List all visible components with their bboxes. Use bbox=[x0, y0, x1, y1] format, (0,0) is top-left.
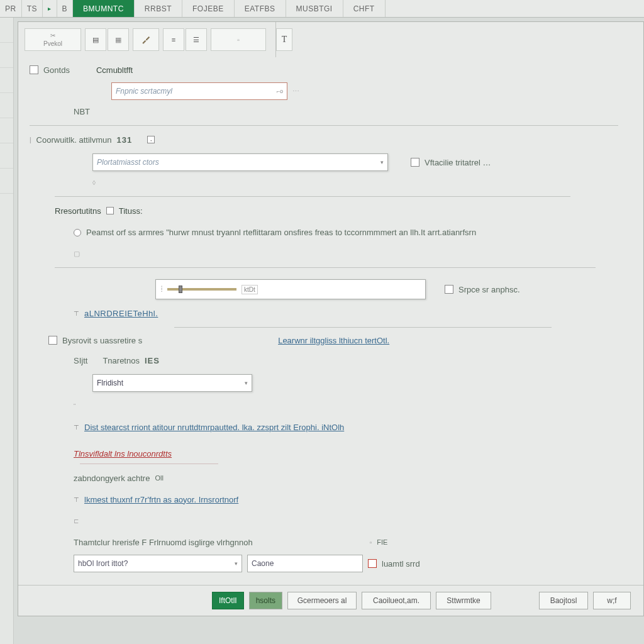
grip-icon: ⦙ bbox=[161, 285, 162, 294]
section1-input[interactable]: Fnpnic scrtacmyl ⌐o bbox=[111, 82, 287, 100]
bottom-input-1-value: hbOl Irort ittot? bbox=[78, 559, 128, 568]
ribbon-tab-3[interactable]: B bbox=[57, 0, 74, 17]
main-dialog: ✂ Pvekol ▤ ▦ ≡ ☰ ▫ T Gontds Ccmubltfft bbox=[18, 21, 644, 616]
list-icon: ≡ bbox=[172, 36, 175, 43]
align-left-button[interactable]: ▤ bbox=[85, 28, 106, 51]
bottom-input-2[interactable]: Caone bbox=[247, 555, 363, 572]
red-link[interactable]: Tlnsvifldalt lns lnouconrdtts bbox=[74, 449, 172, 458]
slider-side-label: Srpce sr anphsc. bbox=[458, 285, 520, 294]
list-button[interactable]: ≡ bbox=[163, 28, 184, 51]
brush-icon bbox=[142, 35, 150, 44]
section2-value: 131 bbox=[117, 135, 133, 145]
ribbon-tab-8[interactable]: MUSBTGI bbox=[286, 0, 343, 17]
ribbon-tabs: pr ts ▸ B Bmumntc RRBST FOJEBE EATFBS MU… bbox=[0, 0, 644, 18]
link-1[interactable]: Dist stearcst rriont atitour nruttdtmrpa… bbox=[84, 423, 344, 432]
bottom-checkbox-label: luamtl srrd bbox=[382, 559, 420, 569]
slider-thumb[interactable] bbox=[179, 286, 182, 293]
ribbon-tab-0[interactable]: pr bbox=[0, 0, 22, 17]
section4-checkbox[interactable] bbox=[48, 336, 57, 345]
ribbon-tab-7[interactable]: EATFBS bbox=[235, 0, 286, 17]
paste-label: Pvekol bbox=[43, 40, 62, 47]
align-center-button[interactable]: ▦ bbox=[108, 28, 129, 51]
section3-heading-b: Tituss: bbox=[119, 206, 143, 216]
footer-btn-1[interactable]: Gcermeoers al bbox=[287, 592, 357, 609]
key-icon: ⌐o bbox=[277, 88, 283, 94]
clipboard-icon: ▢ bbox=[74, 250, 80, 258]
footer-btn-lgreen[interactable]: hsolts bbox=[249, 592, 282, 609]
bottom-input-2-value: Caone bbox=[252, 559, 274, 568]
slider-container[interactable]: ⦙ ktDt bbox=[155, 279, 426, 299]
section2-label: Coorwuitlk. attilvmun bbox=[36, 135, 112, 145]
align-left-icon: ▤ bbox=[92, 36, 99, 44]
link-small[interactable]: aLNRDREIETeHhl. bbox=[84, 309, 158, 318]
font-size-button[interactable]: T bbox=[276, 28, 292, 51]
scissors-icon: ✂ bbox=[50, 32, 55, 39]
ribbon-tab-9[interactable]: CHFT bbox=[343, 0, 386, 17]
ribbon-tab-1[interactable]: ts bbox=[22, 0, 43, 17]
chevron-down-icon: ▾ bbox=[245, 380, 248, 386]
section3-radio[interactable] bbox=[74, 229, 81, 236]
section3-checkbox[interactable] bbox=[106, 207, 114, 214]
footer-btn-3[interactable]: Sttwrmtke bbox=[436, 592, 491, 609]
section4-dropdown-value: Flridisht bbox=[97, 379, 123, 387]
section1-checkbox[interactable] bbox=[30, 65, 38, 74]
slider-end-label: ktDt bbox=[242, 285, 258, 294]
ribbon-tab-6[interactable]: FOJEBE bbox=[182, 0, 235, 17]
bottom-tag-label: FIE bbox=[377, 538, 387, 546]
nbx-label: NBT bbox=[74, 107, 90, 116]
dialog-toolbar: ✂ Pvekol ▤ ▦ ≡ ☰ ▫ bbox=[18, 22, 276, 57]
ribbon-tab-5[interactable]: RRBST bbox=[135, 0, 182, 17]
section1-checkbox-label: Gontds bbox=[43, 65, 70, 75]
slider-side-checkbox[interactable] bbox=[445, 285, 453, 294]
justify-icon: ☰ bbox=[193, 36, 199, 44]
section1-title: Ccmubltfft bbox=[96, 65, 133, 75]
dialog-body: Gontds Ccmubltfft Fnpnic scrtacmyl ⌐o ⋯ … bbox=[18, 57, 643, 575]
section2-side-label: Vftacilie tritatrel … bbox=[425, 158, 491, 167]
section4-dropdown[interactable]: Flridisht ▾ bbox=[92, 374, 252, 392]
footer-back-button[interactable]: Baojtosl bbox=[539, 592, 588, 609]
sub-label: zabndongyerk achtre bbox=[74, 474, 150, 483]
slider-track[interactable] bbox=[167, 288, 236, 291]
flag-icon: ⊏ bbox=[74, 518, 79, 525]
dialog-footer: IftOtlI hsolts Gcermeoers al Caoilueot,a… bbox=[18, 585, 643, 616]
bottom-red-checkbox[interactable] bbox=[368, 559, 377, 568]
footer-next-button[interactable]: w;f bbox=[593, 592, 631, 609]
ribbon-tab-4[interactable]: Bmumntc bbox=[73, 0, 135, 17]
section2-side-checkbox[interactable] bbox=[411, 158, 419, 167]
footer-btn-green[interactable]: IftOtlI bbox=[212, 592, 244, 609]
section4-sub-a: SIjtt bbox=[74, 356, 87, 365]
ribbon-tab-2[interactable]: ▸ bbox=[43, 0, 57, 17]
section2-dropdown[interactable]: Plortatmiasst ctors ▾ bbox=[92, 153, 388, 171]
section4-sub-b: Tnaretnos bbox=[103, 356, 140, 365]
section3-paragraph: Peamst orf ss armres "hurwr mnust tryann… bbox=[86, 228, 476, 237]
section3-heading-a: Rresortutitns bbox=[55, 206, 101, 216]
chevron-down-icon: ▾ bbox=[235, 560, 238, 567]
left-gutter bbox=[0, 18, 14, 644]
bottom-inputs-label: Thamtclur hrerisfe F Frlrnuomd isglirge … bbox=[74, 538, 253, 547]
link-2[interactable]: lkmest thuxnf rr7r'frtn as aoyor. Irnsro… bbox=[84, 495, 238, 504]
bottom-input-1[interactable]: hbOl Irort ittot? ▾ bbox=[74, 555, 242, 572]
justify-button[interactable]: ☰ bbox=[186, 28, 207, 51]
paste-button[interactable]: ✂ Pvekol bbox=[25, 28, 81, 51]
document-icon: ▫ bbox=[237, 36, 240, 43]
blank-tool[interactable]: ▫ bbox=[211, 28, 266, 51]
text-icon: T bbox=[282, 35, 287, 45]
sub-value: Oll bbox=[155, 474, 163, 482]
section1-input-value: Fnpnic scrtacmyl bbox=[116, 87, 172, 96]
align-center-icon: ▦ bbox=[115, 36, 121, 44]
section2-mini-check[interactable]: · bbox=[147, 136, 155, 143]
brush-button[interactable] bbox=[133, 28, 159, 51]
chevron-down-icon: ▾ bbox=[380, 159, 384, 165]
section4-sub-value: IES bbox=[145, 356, 160, 365]
section4-label: Bysrovit s uassretire s bbox=[62, 336, 142, 345]
section2-dropdown-value: Plortatmiasst ctors bbox=[97, 158, 159, 167]
footer-btn-2[interactable]: Caoilueot,am. bbox=[362, 592, 431, 609]
section4-right-link[interactable]: Learwnr iltggliss lthiucn tertOtl. bbox=[278, 336, 389, 345]
